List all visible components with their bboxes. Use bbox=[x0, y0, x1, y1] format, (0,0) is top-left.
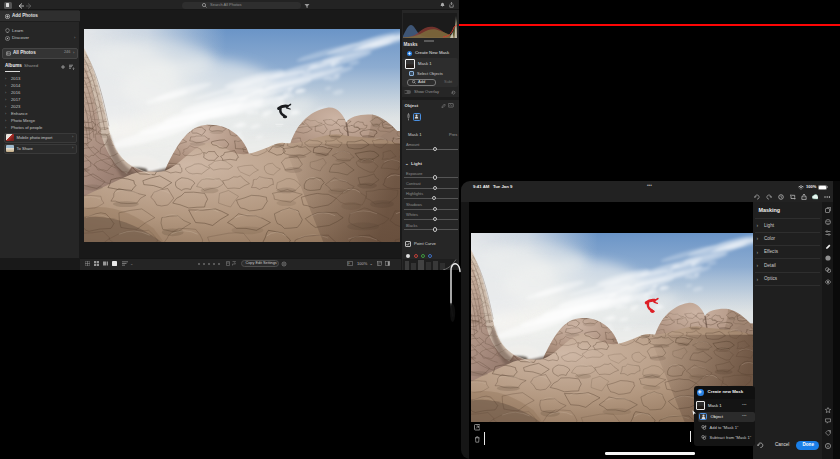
svg-text:F: F bbox=[348, 262, 350, 266]
